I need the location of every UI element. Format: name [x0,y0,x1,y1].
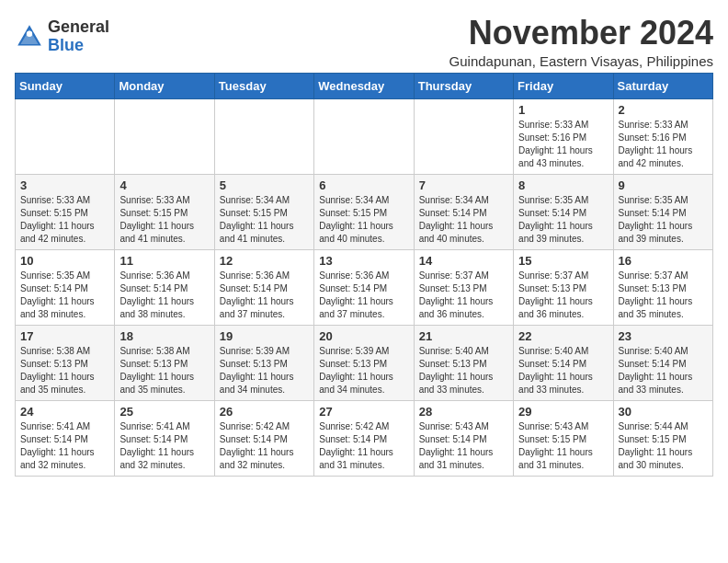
calendar-header: SundayMondayTuesdayWednesdayThursdayFrid… [16,73,713,98]
day-info: Sunrise: 5:39 AM Sunset: 5:13 PM Dayligh… [319,345,408,396]
day-number: 21 [419,329,508,343]
day-info: Sunrise: 5:33 AM Sunset: 5:16 PM Dayligh… [619,119,708,170]
calendar-cell: 28Sunrise: 5:43 AM Sunset: 5:14 PM Dayli… [414,400,513,476]
weekday-header-tuesday: Tuesday [214,73,313,98]
day-info: Sunrise: 5:34 AM Sunset: 5:14 PM Dayligh… [419,194,508,246]
day-info: Sunrise: 5:44 AM Sunset: 5:15 PM Dayligh… [619,420,708,472]
day-number: 25 [119,405,209,419]
day-number: 9 [619,178,708,192]
day-info: Sunrise: 5:36 AM Sunset: 5:14 PM Dayligh… [319,270,408,321]
calendar-cell: 29Sunrise: 5:43 AM Sunset: 5:15 PM Dayli… [514,400,613,476]
calendar-body: 1Sunrise: 5:33 AM Sunset: 5:16 PM Daylig… [16,98,713,476]
day-number: 12 [220,254,309,268]
day-info: Sunrise: 5:39 AM Sunset: 5:13 PM Dayligh… [220,345,309,396]
calendar-cell [314,98,414,174]
calendar-cell: 24Sunrise: 5:41 AM Sunset: 5:14 PM Dayli… [16,400,115,476]
day-number: 28 [419,405,508,419]
day-number: 29 [518,405,608,419]
week-row-2: 3Sunrise: 5:33 AM Sunset: 5:15 PM Daylig… [16,174,713,249]
day-info: Sunrise: 5:42 AM Sunset: 5:14 PM Dayligh… [319,420,408,472]
logo-icon [15,22,44,52]
week-row-4: 17Sunrise: 5:38 AM Sunset: 5:13 PM Dayli… [16,325,713,400]
header: General Blue November 2024 Guindapunan, … [15,15,713,69]
weekday-header-thursday: Thursday [414,73,513,98]
day-info: Sunrise: 5:40 AM Sunset: 5:13 PM Dayligh… [419,345,508,396]
day-info: Sunrise: 5:42 AM Sunset: 5:14 PM Dayligh… [220,420,309,472]
week-row-3: 10Sunrise: 5:35 AM Sunset: 5:14 PM Dayli… [16,249,713,325]
day-number: 19 [220,329,309,343]
weekday-header-monday: Monday [115,73,214,98]
calendar-cell: 30Sunrise: 5:44 AM Sunset: 5:15 PM Dayli… [613,400,712,476]
calendar-cell: 14Sunrise: 5:37 AM Sunset: 5:13 PM Dayli… [414,249,513,325]
week-row-5: 24Sunrise: 5:41 AM Sunset: 5:14 PM Dayli… [16,400,713,476]
day-number: 10 [20,254,109,268]
day-info: Sunrise: 5:36 AM Sunset: 5:14 PM Dayligh… [119,270,209,321]
day-info: Sunrise: 5:41 AM Sunset: 5:14 PM Dayligh… [119,420,209,472]
day-number: 13 [319,254,408,268]
calendar-cell: 15Sunrise: 5:37 AM Sunset: 5:13 PM Dayli… [514,249,613,325]
calendar-cell: 19Sunrise: 5:39 AM Sunset: 5:13 PM Dayli… [214,325,313,400]
day-number: 26 [220,405,309,419]
weekday-header-wednesday: Wednesday [314,73,414,98]
calendar-cell: 8Sunrise: 5:35 AM Sunset: 5:14 PM Daylig… [514,174,613,249]
calendar-cell: 10Sunrise: 5:35 AM Sunset: 5:14 PM Dayli… [16,249,115,325]
calendar-cell: 6Sunrise: 5:34 AM Sunset: 5:15 PM Daylig… [314,174,414,249]
day-info: Sunrise: 5:43 AM Sunset: 5:15 PM Dayligh… [518,420,608,472]
calendar-cell: 2Sunrise: 5:33 AM Sunset: 5:16 PM Daylig… [613,98,712,174]
weekday-header-sunday: Sunday [16,73,115,98]
day-number: 22 [518,329,608,343]
day-info: Sunrise: 5:33 AM Sunset: 5:15 PM Dayligh… [20,194,109,246]
day-info: Sunrise: 5:35 AM Sunset: 5:14 PM Dayligh… [619,194,708,246]
calendar-cell: 12Sunrise: 5:36 AM Sunset: 5:14 PM Dayli… [214,249,313,325]
logo-blue: Blue [48,36,84,54]
weekday-header-friday: Friday [514,73,613,98]
calendar-table: SundayMondayTuesdayWednesdayThursdayFrid… [15,73,713,477]
day-number: 11 [119,254,209,268]
calendar-cell: 11Sunrise: 5:36 AM Sunset: 5:14 PM Dayli… [115,249,214,325]
day-number: 7 [419,178,508,192]
calendar-cell: 16Sunrise: 5:37 AM Sunset: 5:13 PM Dayli… [613,249,712,325]
calendar-cell [16,98,115,174]
calendar-cell: 26Sunrise: 5:42 AM Sunset: 5:14 PM Dayli… [214,400,313,476]
calendar-cell: 4Sunrise: 5:33 AM Sunset: 5:15 PM Daylig… [115,174,214,249]
week-row-1: 1Sunrise: 5:33 AM Sunset: 5:16 PM Daylig… [16,98,713,174]
day-number: 5 [220,178,309,192]
day-number: 8 [518,178,608,192]
day-info: Sunrise: 5:36 AM Sunset: 5:14 PM Dayligh… [220,270,309,321]
day-number: 18 [119,329,209,343]
day-number: 17 [20,329,109,343]
day-number: 16 [619,254,708,268]
svg-point-2 [27,30,32,36]
calendar-cell [214,98,313,174]
day-info: Sunrise: 5:38 AM Sunset: 5:13 PM Dayligh… [20,345,109,396]
month-title: November 2024 [449,15,713,52]
calendar-cell: 3Sunrise: 5:33 AM Sunset: 5:15 PM Daylig… [16,174,115,249]
location-subtitle: Guindapunan, Eastern Visayas, Philippine… [449,53,713,69]
day-info: Sunrise: 5:35 AM Sunset: 5:14 PM Dayligh… [20,270,109,321]
day-number: 1 [518,103,608,117]
calendar-cell: 18Sunrise: 5:38 AM Sunset: 5:13 PM Dayli… [115,325,214,400]
day-number: 3 [20,178,109,192]
day-info: Sunrise: 5:37 AM Sunset: 5:13 PM Dayligh… [419,270,508,321]
day-info: Sunrise: 5:34 AM Sunset: 5:15 PM Dayligh… [220,194,309,246]
day-info: Sunrise: 5:34 AM Sunset: 5:15 PM Dayligh… [319,194,408,246]
calendar-cell: 21Sunrise: 5:40 AM Sunset: 5:13 PM Dayli… [414,325,513,400]
logo-text: General Blue [48,18,109,55]
day-info: Sunrise: 5:37 AM Sunset: 5:13 PM Dayligh… [619,270,708,321]
calendar-cell: 22Sunrise: 5:40 AM Sunset: 5:14 PM Dayli… [514,325,613,400]
day-number: 6 [319,178,408,192]
weekday-header-row: SundayMondayTuesdayWednesdayThursdayFrid… [16,73,713,98]
day-info: Sunrise: 5:43 AM Sunset: 5:14 PM Dayligh… [419,420,508,472]
day-info: Sunrise: 5:33 AM Sunset: 5:15 PM Dayligh… [119,194,209,246]
day-info: Sunrise: 5:41 AM Sunset: 5:14 PM Dayligh… [20,420,109,472]
day-number: 24 [20,405,109,419]
calendar-cell: 20Sunrise: 5:39 AM Sunset: 5:13 PM Dayli… [314,325,414,400]
day-number: 4 [119,178,209,192]
calendar-cell: 27Sunrise: 5:42 AM Sunset: 5:14 PM Dayli… [314,400,414,476]
logo: General Blue [15,18,109,55]
calendar-cell: 13Sunrise: 5:36 AM Sunset: 5:14 PM Dayli… [314,249,414,325]
calendar-cell: 7Sunrise: 5:34 AM Sunset: 5:14 PM Daylig… [414,174,513,249]
calendar-cell: 23Sunrise: 5:40 AM Sunset: 5:14 PM Dayli… [613,325,712,400]
day-number: 27 [319,405,408,419]
title-area: November 2024 Guindapunan, Eastern Visay… [449,15,713,69]
